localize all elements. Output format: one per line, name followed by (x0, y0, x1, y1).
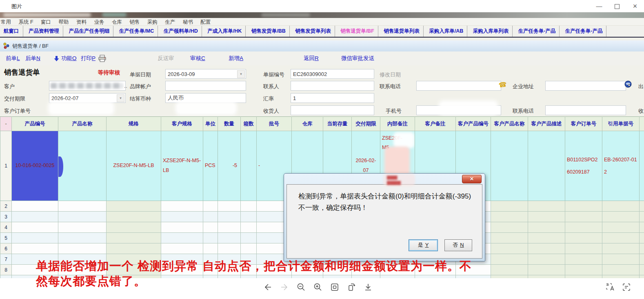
col-header-ref-doc-no[interactable]: 引用单据号 (602, 117, 640, 131)
grid-cell[interactable] (12, 201, 58, 212)
next-doc-button[interactable]: 后单N (25, 55, 40, 62)
grid-cell[interactable] (161, 222, 203, 233)
menu-item-sales[interactable]: 销售 (129, 19, 140, 26)
grid-cell[interactable] (602, 201, 640, 212)
brand-account-input[interactable] (165, 81, 246, 91)
row-number[interactable]: 6 (0, 243, 12, 254)
grid-cell[interactable] (528, 233, 565, 243)
print-button[interactable]: 打印P (81, 55, 95, 62)
row-number[interactable]: 8 (0, 265, 12, 275)
doc-date-input[interactable]: 2026-03-09 ▾ (165, 69, 246, 79)
maximize-button[interactable] (608, 0, 626, 12)
exchange-rate-input[interactable]: 1 (291, 93, 374, 103)
tab-purchase-in-ab[interactable]: 采购入库单/AB (425, 26, 467, 37)
grid-cell[interactable] (491, 212, 528, 222)
menu-item-secretary[interactable]: 秘书 (183, 19, 193, 26)
grid-cell[interactable] (491, 254, 528, 265)
menu-item-system[interactable]: 系统 F (18, 19, 33, 26)
col-header-cust-product-desc[interactable]: 客户产品描述 (528, 117, 565, 131)
customer-browse-button[interactable]: ‥ (124, 83, 128, 89)
col-header-product-code[interactable]: 产品编号 (12, 117, 58, 131)
grid-cell[interactable] (565, 243, 602, 254)
customer-input[interactable] (49, 81, 126, 91)
menu-item-data[interactable]: 资料 (76, 19, 87, 26)
grid-cell[interactable] (602, 243, 640, 254)
cell-product-name-blurred[interactable] (58, 131, 107, 201)
grid-cell[interactable] (491, 201, 528, 212)
grid-cell[interactable] (12, 212, 58, 222)
tab-purchase-in-list[interactable]: 采购入库单列表 (469, 26, 513, 37)
close-button[interactable]: × (626, 0, 644, 12)
cell-spec[interactable]: ZSE20F-N-M5-LB (107, 131, 161, 201)
row-number[interactable]: 5 (0, 233, 12, 243)
row-number[interactable]: 7 (0, 254, 12, 265)
tab-sales-return-bf[interactable]: 销售退货单/BF (337, 26, 378, 37)
grid-cell[interactable] (528, 243, 565, 254)
company-address-input[interactable] (545, 81, 626, 91)
grid-cell[interactable] (241, 222, 257, 233)
menu-item-help[interactable]: 帮助 (58, 19, 69, 26)
translate-icon[interactable] (605, 282, 615, 292)
tab-sales-return-list[interactable]: 销售退货单列表 (380, 26, 424, 37)
contact-input[interactable] (291, 81, 374, 91)
col-header-customer-note[interactable]: 客户备注 (415, 117, 456, 131)
add-new-button[interactable]: 新增A (229, 55, 243, 62)
grid-cell[interactable] (565, 201, 602, 212)
grid-cell[interactable] (107, 212, 161, 222)
col-header-deliver-date[interactable]: 交付期限 (352, 117, 380, 131)
grid-cell[interactable] (218, 222, 241, 233)
ocr-icon[interactable] (622, 282, 631, 292)
no-button[interactable]: 否N (444, 239, 472, 251)
cell-customer-spec[interactable]: XZSE20F-N-M5-LB (161, 131, 203, 201)
grid-cell[interactable] (565, 222, 602, 233)
cell-ref-doc-no[interactable]: EB-260207-012 (602, 131, 640, 201)
grid-cell[interactable] (203, 212, 218, 222)
grid-cell[interactable] (203, 243, 218, 254)
function-menu-button[interactable]: 功能O (61, 55, 77, 62)
col-header-spec[interactable]: 规格 (107, 117, 161, 131)
grid-cell[interactable] (161, 212, 203, 222)
grid-cell[interactable] (203, 222, 218, 233)
menu-item-production[interactable]: 生产 (165, 19, 175, 26)
menu-item-business[interactable]: 业务 (94, 19, 104, 26)
cell-unit[interactable]: PCS (203, 131, 218, 201)
tab-sales-delivery-bb[interactable]: 销售发货单/BB (248, 26, 290, 37)
grid-cell[interactable] (602, 265, 640, 275)
grid-cell[interactable] (58, 243, 107, 254)
menu-item-window[interactable]: 窗口 (41, 19, 51, 26)
grid-cell[interactable] (218, 233, 241, 243)
printer-icon[interactable] (98, 55, 107, 62)
grid-cell[interactable] (602, 222, 640, 233)
menu-item-config[interactable]: 配置 (200, 19, 211, 26)
grid-cell[interactable] (58, 222, 107, 233)
cell-cust-order-no[interactable]: B01102SPO260209187 (565, 131, 602, 201)
tab-material-hd[interactable]: 生产领料单/HD (160, 26, 202, 37)
consignee-input[interactable] (291, 105, 374, 115)
grid-cell[interactable] (58, 212, 107, 222)
grid-cell[interactable] (528, 201, 565, 212)
col-header-customer-spec[interactable]: 客户规格 (161, 117, 203, 131)
grid-cell[interactable] (528, 254, 565, 265)
col-header-cust-product-code[interactable]: 客户产品编号 (456, 117, 491, 131)
dialog-close-button[interactable]: ✕ (462, 175, 482, 183)
grid-cell[interactable] (12, 233, 58, 243)
menu-item-warehouse[interactable]: 仓库 (112, 19, 122, 26)
grid-cell[interactable] (241, 233, 257, 243)
col-header-stock[interactable]: 当前存量 (323, 117, 352, 131)
grid-cell[interactable] (491, 222, 528, 233)
tab-sales-delivery-list[interactable]: 销售发货单列表 (291, 26, 335, 37)
grid-cell[interactable] (528, 212, 565, 222)
doc-no-input[interactable]: EC260309002 (291, 69, 374, 79)
contact-phone2-input[interactable] (545, 105, 626, 115)
grid-cell[interactable] (12, 243, 58, 254)
chevron-down-icon[interactable]: ▾ (237, 70, 245, 78)
grid-cell[interactable] (218, 243, 241, 254)
grid-cell[interactable] (107, 243, 161, 254)
unsend-audit-button[interactable]: 反送审 (158, 55, 174, 62)
grid-cell[interactable] (565, 233, 602, 243)
grid-cell[interactable] (107, 201, 161, 212)
cell-product-code-selected[interactable]: 10-016-002-0025 (12, 131, 58, 201)
col-header-qty[interactable]: 数量 (218, 117, 241, 131)
grid-cell[interactable] (218, 212, 241, 222)
grid-cell[interactable] (241, 212, 257, 222)
